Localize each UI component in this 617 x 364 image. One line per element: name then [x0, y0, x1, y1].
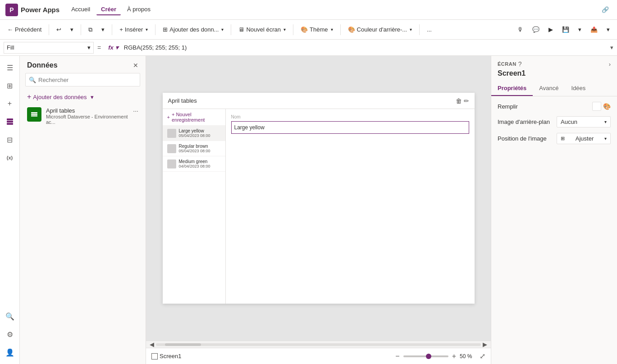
voice-button[interactable]: 🎙 [514, 24, 527, 35]
data-source-more-icon[interactable]: ··· [133, 107, 138, 114]
sidebar-layers-icon[interactable]: ⊞ [2, 77, 18, 94]
app-logo: P Power Apps [5, 4, 59, 16]
undo-button[interactable]: ↩ [53, 24, 65, 35]
gallery-add-button[interactable]: + + Nouvel enregistrement [163, 109, 225, 126]
detail-label: Nom [231, 114, 469, 119]
nav-accueil[interactable]: Accueil [67, 4, 95, 15]
canvas-area: April tables 🗑 ✏ + + Nouvel enregistreme… [146, 56, 491, 364]
app-canvas[interactable]: April tables 🗑 ✏ + + Nouvel enregistreme… [163, 93, 475, 304]
copy-dropdown[interactable]: ▾ [98, 24, 108, 35]
nav-apropos[interactable]: À propos [123, 4, 155, 15]
canvas-edit-icon[interactable]: ✏ [464, 97, 469, 105]
play-button[interactable]: ▶ [545, 24, 557, 35]
scroll-left-arrow[interactable]: ◀ [150, 341, 154, 348]
save-dropdown[interactable]: ▾ [575, 24, 585, 35]
formula-expand-icon[interactable]: ▾ [610, 44, 613, 51]
app-title: Power Apps [21, 6, 59, 14]
right-panel-expand-icon[interactable]: › [609, 61, 611, 68]
publish-dropdown[interactable]: ▾ [603, 24, 613, 35]
gallery-item-icon-1 [167, 144, 176, 153]
fill-color-swatch[interactable] [592, 102, 601, 111]
data-source-item[interactable]: April tables Microsoft Dataverse - Envir… [20, 104, 146, 128]
undo-dropdown[interactable]: ▾ [67, 24, 77, 35]
sidebar-search-icon[interactable]: 🔍 [2, 308, 18, 324]
data-search-input[interactable] [25, 73, 140, 86]
separator-5 [231, 24, 231, 35]
save-button[interactable]: 💾 [558, 24, 573, 35]
nav-creer[interactable]: Créer [96, 4, 121, 15]
sidebar-add-icon[interactable]: + [2, 96, 18, 112]
zoom-plus-button[interactable]: + [452, 352, 456, 360]
add-data-panel-button[interactable]: + Ajouter des données ▾ [20, 90, 146, 104]
sidebar-menu-icon[interactable]: ☰ [2, 59, 18, 76]
sidebar-account-icon[interactable]: 👤 [2, 344, 18, 360]
detail-input[interactable] [231, 121, 469, 134]
back-button[interactable]: ← Précédent [4, 24, 45, 35]
back-arrow-icon: ← [7, 26, 13, 33]
canvas-delete-icon[interactable]: 🗑 [456, 97, 462, 105]
gallery-item-name-0: Large yellow [179, 128, 210, 133]
scroll-right-arrow[interactable]: ▶ [483, 341, 487, 348]
new-screen-button[interactable]: 🖥 Nouvel écran ▾ [235, 24, 289, 35]
gallery-item-1[interactable]: Regular brown 05/04/2023 08:00 [163, 141, 225, 156]
scrollbar-track [156, 343, 481, 346]
data-search-icon: 🔍 [29, 77, 36, 83]
add-data-icon: ⊞ [163, 26, 168, 33]
add-data-plus-icon: + [27, 93, 31, 101]
gallery-item-0[interactable]: Large yellow 05/04/2023 08:00 [163, 126, 225, 141]
canvas-viewport: April tables 🗑 ✏ + + Nouvel enregistreme… [146, 56, 491, 341]
share-icon[interactable]: 🔗 [599, 4, 612, 16]
screen-tab[interactable]: Screen1 [151, 353, 181, 359]
help-icon[interactable]: ? [518, 60, 522, 68]
property-selector[interactable]: Fill ▾ [4, 42, 94, 54]
sidebar-components-icon[interactable]: ⊟ [2, 132, 18, 148]
fill-color-picker-icon[interactable]: 🎨 [603, 103, 611, 110]
data-panel-title: Données [27, 61, 58, 69]
svg-rect-3 [31, 112, 37, 114]
image-position-dropdown[interactable]: ⊞ Ajuster ▾ [557, 133, 611, 144]
data-source-name: April tables [46, 107, 128, 114]
publish-button[interactable]: 📤 [587, 24, 601, 35]
gallery-item-2[interactable]: Medium green 04/04/2023 08:00 [163, 156, 225, 172]
sidebar-settings-icon[interactable]: ⚙ [2, 326, 18, 342]
gallery-item-icon-2 [167, 159, 176, 168]
insert-chevron: ▾ [146, 27, 148, 32]
top-nav: Accueil Créer À propos [67, 4, 155, 15]
separator-6 [293, 24, 293, 35]
new-screen-icon: 🖥 [238, 26, 244, 33]
app-logo-icon: P [5, 4, 18, 16]
canvas-detail: Nom [226, 109, 475, 304]
more-button[interactable]: ... [423, 24, 435, 35]
add-data-button[interactable]: ⊞ Ajouter des donn... ▾ [159, 24, 227, 35]
tab-idees[interactable]: Idées [565, 81, 592, 96]
bg-color-button[interactable]: 🎨 Couleur d'arrière-... ▾ [344, 24, 416, 35]
data-source-desc: Microsoft Dataverse - Environnement ac..… [46, 114, 128, 125]
tab-proprietes[interactable]: Propriétés [491, 81, 533, 96]
zoom-slider[interactable] [403, 355, 448, 357]
data-panel-search: 🔍 [25, 73, 140, 86]
sidebar-variable-icon[interactable]: (x) [2, 150, 18, 166]
separator-4 [155, 24, 155, 35]
bg-image-dropdown[interactable]: Aucun ▾ [557, 116, 611, 127]
tab-avance[interactable]: Avancé [533, 81, 565, 96]
sidebar-data-icon[interactable] [2, 114, 18, 130]
fullscreen-icon[interactable]: ⤢ [480, 352, 485, 360]
bg-color-chevron: ▾ [410, 27, 412, 32]
zoom-slider-thumb[interactable] [426, 354, 431, 359]
scrollbar-thumb[interactable] [165, 343, 201, 346]
add-data-chevron: ▾ [221, 27, 224, 32]
formula-fx-button[interactable]: fx ▾ [105, 44, 122, 51]
right-panel-content: Remplir 🎨 Image d'arrière-plan Aucun ▾ P… [491, 96, 617, 150]
insert-button[interactable]: + Insérer ▾ [116, 24, 151, 35]
property-image-position: Position de l'image ⊞ Ajuster ▾ [498, 133, 611, 144]
data-panel-close-icon[interactable]: ✕ [133, 62, 138, 69]
comment-button[interactable]: 💬 [529, 24, 543, 35]
formula-bar: Fill ▾ = fx ▾ ▾ [0, 40, 617, 56]
formula-input[interactable] [124, 42, 608, 54]
theme-button[interactable]: 🎨 Thème ▾ [297, 24, 336, 35]
canvas-scrollbar[interactable]: ◀ ▶ [146, 341, 491, 348]
add-data-panel-chevron: ▾ [91, 94, 94, 100]
copy-button[interactable]: ⧉ [85, 24, 96, 35]
zoom-minus-button[interactable]: − [395, 352, 399, 360]
property-remplir: Remplir 🎨 [498, 102, 611, 111]
